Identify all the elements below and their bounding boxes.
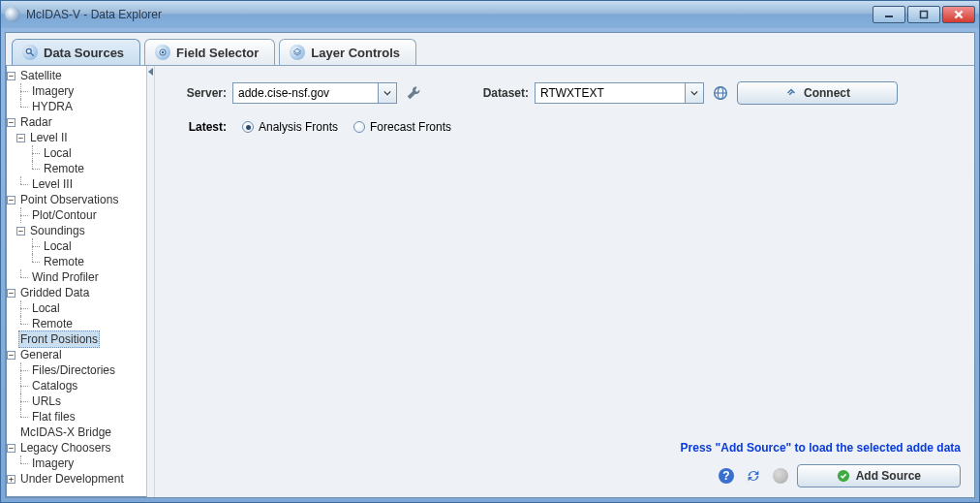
maximize-icon — [919, 10, 929, 19]
radio-label: Analysis Fronts — [259, 120, 338, 134]
tab-label: Data Sources — [44, 46, 124, 60]
add-source-button[interactable]: Add Source — [797, 464, 961, 487]
tree-node-catalogs[interactable]: Catalogs — [30, 378, 79, 393]
tree-node-imagery[interactable]: Imagery — [30, 456, 76, 471]
tree-node-remote[interactable]: Remote — [42, 254, 86, 269]
app-window: McIDAS-V - Data Explorer Data Sources — [0, 0, 980, 503]
refresh-button[interactable] — [743, 465, 764, 487]
svg-line-5 — [31, 53, 34, 56]
connect-button[interactable]: Connect — [737, 81, 898, 105]
client-area: Data Sources Field Selector Layer Contro… — [5, 32, 975, 498]
status-dot-icon — [773, 468, 788, 484]
tree-node-remote[interactable]: Remote — [30, 316, 75, 331]
radio-forecast-fronts[interactable]: Forecast Fronts — [353, 120, 451, 134]
tree-node-local[interactable]: Local — [30, 300, 62, 316]
tree-node-soundings[interactable]: Soundings — [28, 223, 87, 238]
minimize-button[interactable] — [873, 6, 905, 23]
hint-text: Press "Add Source" to load the selected … — [168, 441, 961, 455]
tree-node-urls[interactable]: URLs — [30, 393, 63, 409]
tree-node-satellite[interactable]: Satellite — [18, 68, 64, 83]
magnifier-icon — [22, 45, 38, 60]
tree-node-filesdirs[interactable]: Files/Directories — [30, 362, 117, 378]
tab-label: Field Selector — [176, 46, 259, 60]
tree-node-hydra[interactable]: HYDRA — [30, 99, 75, 114]
status-indicator — [770, 465, 791, 487]
radio-icon — [353, 121, 365, 133]
dataset-input[interactable] — [535, 82, 685, 104]
dataset-label: Dataset: — [475, 86, 529, 100]
tab-field-selector[interactable]: Field Selector — [144, 39, 275, 65]
main-panel: Server: Dataset: — [155, 66, 974, 497]
chevron-down-icon — [383, 90, 391, 96]
radio-analysis-fronts[interactable]: Analysis Fronts — [242, 120, 338, 134]
tree-node-imagery[interactable]: Imagery — [30, 83, 76, 99]
tab-label: Layer Controls — [311, 46, 400, 60]
footer: Press "Add Source" to load the selected … — [168, 441, 961, 487]
titlebar[interactable]: McIDAS-V - Data Explorer — [1, 1, 979, 28]
dataset-combo[interactable] — [535, 82, 704, 104]
chevron-left-icon — [148, 68, 153, 76]
content: −Satellite Imagery HYDRA −Radar −Level I… — [6, 65, 974, 497]
wrench-icon — [405, 84, 422, 102]
manage-servers-button[interactable] — [403, 82, 424, 104]
chevron-down-icon — [690, 90, 698, 96]
tree-node-level3[interactable]: Level III — [30, 176, 75, 192]
tree-node-level2[interactable]: Level II — [28, 130, 70, 145]
latest-label: Latest: — [168, 120, 227, 134]
tree-panel: −Satellite Imagery HYDRA −Radar −Level I… — [6, 66, 147, 497]
radio-label: Forecast Fronts — [370, 120, 451, 134]
tree-node-local[interactable]: Local — [42, 145, 74, 161]
minimize-icon — [884, 10, 894, 19]
window-controls — [873, 6, 975, 23]
dataset-dropdown-button[interactable] — [685, 82, 704, 104]
tree-node-remote[interactable]: Remote — [42, 161, 86, 176]
add-source-label: Add Source — [856, 469, 921, 483]
tree-node-plotcontour[interactable]: Plot/Contour — [30, 207, 99, 223]
connect-label: Connect — [804, 86, 850, 100]
server-input[interactable] — [232, 82, 378, 104]
app-icon — [5, 7, 20, 22]
tab-data-sources[interactable]: Data Sources — [12, 39, 140, 65]
tree-node-pointobs[interactable]: Point Observations — [18, 192, 120, 207]
latest-row: Latest: Analysis Fronts Forecast Fronts — [168, 120, 961, 134]
splitter[interactable] — [147, 66, 155, 497]
svg-rect-1 — [921, 12, 928, 18]
tree-node-local[interactable]: Local — [42, 238, 74, 254]
footer-buttons: ? Add Source — [168, 464, 961, 487]
svg-text:?: ? — [722, 469, 729, 483]
server-label: Server: — [168, 86, 227, 100]
close-button[interactable] — [942, 6, 975, 23]
tree-node-gridded[interactable]: Gridded Data — [18, 285, 91, 300]
server-combo[interactable] — [232, 82, 397, 104]
plug-icon — [784, 86, 798, 100]
tree-node-frontpos[interactable]: Front Positions — [18, 330, 100, 348]
help-button[interactable]: ? — [716, 465, 737, 487]
server-row: Server: Dataset: — [168, 81, 961, 105]
tree-node-general[interactable]: General — [18, 347, 64, 362]
radio-icon — [242, 121, 254, 133]
tree-node-radar[interactable]: Radar — [18, 114, 54, 130]
tree-node-underdev[interactable]: Under Development — [18, 471, 126, 487]
svg-point-4 — [26, 48, 31, 53]
layers-icon — [290, 45, 305, 60]
refresh-icon — [745, 467, 762, 485]
tree-node-legacy[interactable]: Legacy Choosers — [18, 440, 112, 456]
check-icon — [837, 469, 850, 483]
server-dropdown-button[interactable] — [378, 82, 397, 104]
svg-point-7 — [162, 51, 165, 54]
tabbar: Data Sources Field Selector Layer Contro… — [6, 33, 974, 65]
maximize-button[interactable] — [907, 6, 940, 23]
window-title: McIDAS-V - Data Explorer — [26, 8, 873, 21]
help-icon: ? — [717, 466, 736, 486]
manage-datasets-button[interactable] — [710, 82, 731, 104]
tree-node-flatfiles[interactable]: Flat files — [30, 409, 77, 424]
tree-node-mcidasxbridge[interactable]: McIDAS-X Bridge — [18, 424, 113, 440]
tree-node-windprof[interactable]: Wind Profiler — [30, 269, 101, 285]
tab-layer-controls[interactable]: Layer Controls — [279, 39, 416, 65]
globe-icon — [712, 84, 729, 102]
close-icon — [953, 9, 965, 20]
field-icon — [155, 45, 170, 60]
data-source-tree[interactable]: −Satellite Imagery HYDRA −Radar −Level I… — [7, 68, 146, 487]
